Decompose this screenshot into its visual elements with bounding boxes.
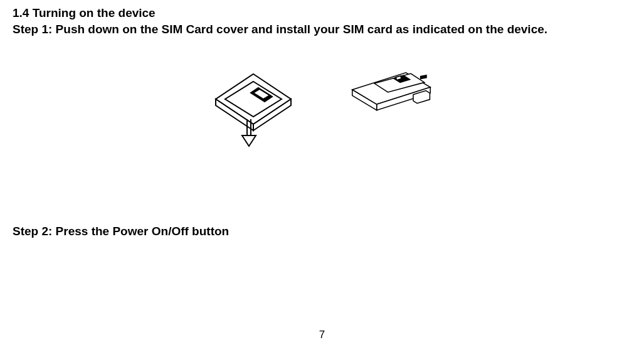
svg-marker-6 [242,135,256,146]
illustration-row [13,68,631,156]
device-illustration-right-icon [347,68,435,156]
svg-rect-12 [396,76,401,80]
page-number: 7 [319,329,325,341]
step-1-text: Step 1: Push down on the SIM Card cover … [13,23,631,36]
device-illustration-left-icon [209,68,297,156]
svg-rect-13 [420,75,426,79]
section-heading: 1.4 Turning on the device [13,6,631,20]
step-2-text: Step 2: Press the Power On/Off button [13,225,631,238]
